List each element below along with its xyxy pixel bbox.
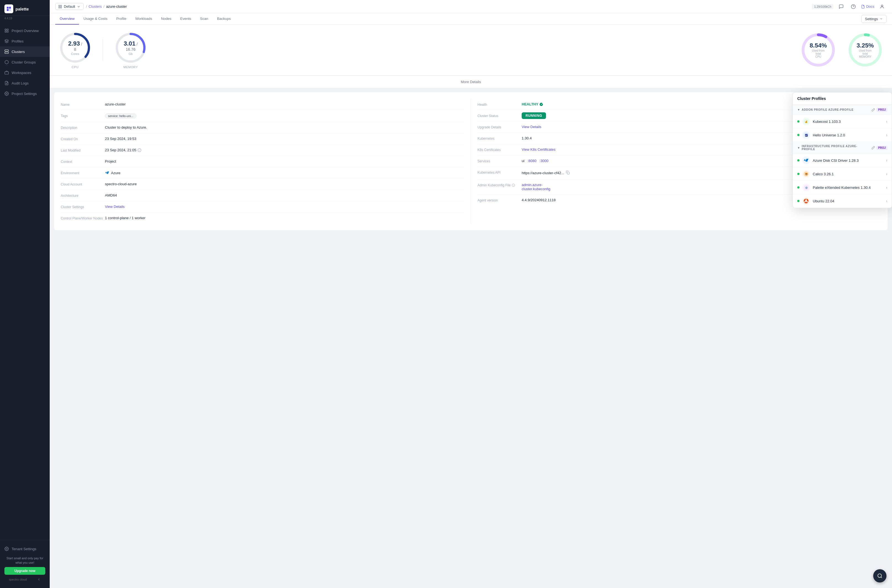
sidebar-item-workspaces[interactable]: Workspaces — [0, 68, 50, 78]
briefcase-icon — [5, 70, 9, 75]
tab-overview[interactable]: Overview — [55, 13, 79, 25]
service-port-8080[interactable]: :8080 — [527, 159, 536, 163]
app-version: 4.4.19 — [0, 16, 50, 23]
hello-universe-arrow-icon: › — [886, 133, 887, 137]
tab-events[interactable]: Events — [176, 13, 196, 25]
grid-icon — [5, 28, 9, 33]
workspace-selector[interactable]: Default — [55, 3, 84, 10]
help-icon[interactable] — [849, 2, 858, 11]
azure-logo-icon — [803, 158, 809, 163]
memory-percent-gauge: 3.25% Used from total MEMORY — [847, 32, 883, 68]
addon-profile-badge: PROJ — [877, 108, 887, 112]
workspace-name: Default — [64, 4, 75, 9]
sidebar-item-tenant-settings[interactable]: Tenant Settings — [5, 543, 45, 554]
upsell-text: Start small and only pay for what you us… — [5, 556, 45, 565]
infra-profile-section-header[interactable]: ▼ INFRASTRUCTURE PROFILE AZURE-PROFILE P… — [793, 142, 892, 154]
svg-rect-7 — [7, 31, 8, 32]
chevron-down-icon — [77, 5, 81, 9]
detail-row-cluster-settings: Cluster Settings View Details — [61, 201, 464, 213]
docs-link[interactable]: Docs — [861, 4, 874, 9]
addon-profile-section-header[interactable]: ▼ ADDON PROFILE AZURE-PROFILE PROJ — [793, 105, 892, 115]
svg-rect-4 — [5, 29, 6, 30]
tab-nodes[interactable]: Nodes — [156, 13, 176, 25]
sidebar-item-project-settings[interactable]: Project Settings — [0, 88, 50, 99]
svg-line-55 — [881, 577, 882, 578]
chevron-down-icon — [880, 17, 883, 20]
cpu-value: 2.93 — [68, 40, 80, 47]
sidebar-footer: Tenant Settings Start small and only pay… — [0, 540, 50, 588]
profile-item-azure-disk[interactable]: Azure Disk CSI Driver 1.28.3 › — [793, 154, 892, 167]
value-architecture: AMD64 — [105, 193, 464, 197]
profile-item-hello-universe[interactable]: 🌌 Hello Universe 1.2.0 › — [793, 128, 892, 142]
more-details-button[interactable]: More Details — [50, 76, 892, 88]
addon-chevron-icon: ▼ — [797, 108, 800, 111]
tab-scan[interactable]: Scan — [195, 13, 213, 25]
sidebar-item-profiles[interactable]: Profiles — [0, 36, 50, 46]
cpu-percent-sublabel: CPU — [809, 55, 827, 58]
usage-indicator: 1.29/100kCh — [812, 4, 833, 9]
logo-icon — [5, 4, 13, 13]
svg-rect-20 — [59, 7, 60, 8]
tab-workloads[interactable]: Workloads — [131, 13, 156, 25]
label-last-modified: Last Modified — [61, 148, 105, 152]
breadcrumb: / Clusters / azure-cluster — [86, 4, 127, 9]
chevron-left-icon — [37, 578, 41, 581]
sidebar-item-label: Clusters — [12, 50, 25, 54]
profile-item-ubuntu[interactable]: Ubuntu 22.04 › — [793, 194, 892, 208]
detail-row-description: Description Cluster to deploy to Azure. — [61, 122, 464, 134]
detail-row-nodes: Control Plane/Worker Nodes 1 control-pla… — [61, 213, 464, 224]
profile-item-calico[interactable]: 🐯 Calico 3.26.1 › — [793, 167, 892, 181]
detail-row-cloud-account: Cloud Account spectro-cloud-azure — [61, 178, 464, 190]
tenant-settings-label: Tenant Settings — [12, 547, 36, 551]
profile-item-kubecost[interactable]: 💰 Kubecost 1.103.3 › — [793, 115, 892, 128]
user-menu[interactable] — [878, 2, 886, 11]
svg-point-51 — [806, 199, 807, 200]
infra-profile-badge: PROJ — [877, 146, 887, 150]
detail-row-created-on: Created On 23 Sep 2024, 19:53 — [61, 134, 464, 145]
palette-icon: ⚙️ — [802, 184, 810, 191]
tab-profile[interactable]: Profile — [112, 13, 131, 25]
tab-usage-costs[interactable]: Usage & Costs — [79, 13, 112, 25]
hello-universe-name: Hello Universe 1.2.0 — [813, 133, 883, 137]
breadcrumb-parent[interactable]: Clusters — [89, 4, 102, 9]
ubuntu-name: Ubuntu 22.04 — [813, 199, 883, 203]
topbar-right: 1.29/100kCh Docs — [812, 2, 886, 11]
service-port-3000[interactable]: :3000 — [539, 159, 548, 163]
memory-value: 3.01 — [124, 40, 135, 47]
kubecost-status-dot — [797, 120, 799, 123]
detail-row-tags: Tags service: hello-uni... — [61, 110, 464, 122]
fab-search-button[interactable] — [873, 569, 886, 582]
link-view-details-cluster[interactable]: View Details — [105, 204, 464, 209]
cube-icon — [5, 60, 9, 64]
sidebar-item-audit-logs[interactable]: Audit Logs — [0, 78, 50, 88]
memory-percent-label: Used from total — [856, 49, 874, 55]
sidebar-brand: spectro cloud — [5, 575, 45, 585]
check-circle-icon — [539, 102, 543, 106]
label-tags: Tags — [61, 114, 105, 118]
upgrade-button[interactable]: Upgrade now — [5, 567, 45, 575]
ubuntu-icon — [802, 197, 810, 205]
cpu-percent-value: 8.54% Used from total CPU — [809, 42, 827, 58]
ubuntu-status-dot — [797, 200, 799, 202]
value-context: Project — [105, 159, 464, 164]
cpu-unit: Cores — [67, 52, 83, 56]
detail-row-name: Name azure-cluster — [61, 99, 464, 110]
chat-icon[interactable] — [837, 2, 845, 11]
svg-point-36 — [540, 103, 543, 106]
tabs-bar: Overview Usage & Costs Profile Workloads… — [50, 13, 892, 25]
profile-item-palette[interactable]: ⚙️ Palette eXtended Kubernetes 1.30.4 › — [793, 181, 892, 194]
svg-rect-9 — [5, 50, 8, 51]
settings-button[interactable]: Settings — [861, 15, 886, 23]
tab-backups[interactable]: Backups — [213, 13, 235, 25]
detail-col-left: Name azure-cluster Tags service: hello-u… — [61, 99, 471, 224]
sidebar-item-clusters[interactable]: Clusters — [0, 46, 50, 57]
memory-gauge-container: 3.01 / 16.76 Gb — [114, 31, 147, 64]
calico-logo: 🐯 — [803, 171, 809, 177]
sidebar-item-cluster-groups[interactable]: Cluster Groups — [0, 57, 50, 68]
copy-k8s-api-button[interactable] — [565, 170, 570, 176]
breadcrumb-current: azure-cluster — [106, 4, 127, 9]
detail-row-architecture: Architecture AMD64 — [61, 190, 464, 201]
sidebar-item-project-overview[interactable]: Project Overview — [0, 26, 50, 36]
calico-name: Calico 3.26.1 — [813, 172, 883, 176]
palette-logo: ⚙️ — [803, 184, 809, 190]
